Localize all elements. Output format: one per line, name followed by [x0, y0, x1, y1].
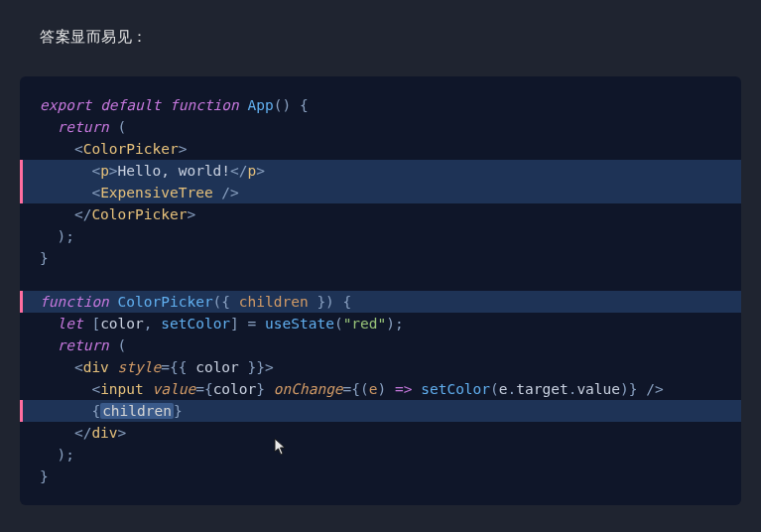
code-token: ={{	[161, 359, 195, 375]
code-token: </	[230, 163, 247, 179]
code-token	[239, 97, 248, 113]
code-token: ColorPicker	[118, 294, 213, 310]
code-line: return (	[20, 334, 741, 356]
code-token	[40, 272, 49, 288]
caption-text: 答案显而易见：	[40, 28, 741, 47]
code-token: <	[91, 381, 100, 397]
code-token: ExpensiveTree	[100, 185, 213, 200]
code-token	[40, 447, 57, 463]
code-token	[144, 381, 153, 397]
code-token	[40, 359, 74, 375]
code-token	[412, 381, 421, 397]
code-line: <ExpensiveTree />	[20, 182, 741, 203]
code-token: color	[195, 359, 239, 375]
code-token: }	[40, 468, 49, 484]
code-token: p	[248, 163, 257, 179]
code-token: {	[300, 97, 309, 113]
code-token	[40, 119, 57, 135]
code-token: e	[369, 381, 378, 397]
code-token: color	[100, 316, 144, 332]
code-token: ]	[230, 316, 239, 332]
code-token: .	[508, 381, 517, 397]
code-token: let	[57, 316, 82, 332]
code-token: =>	[395, 381, 412, 397]
code-token	[40, 381, 91, 397]
code-token: {	[91, 403, 100, 419]
code-token: }	[256, 381, 273, 397]
code-token: value	[576, 381, 620, 397]
code-token: (	[118, 337, 127, 353]
code-token: default	[100, 97, 161, 113]
code-token: e	[499, 381, 508, 397]
code-token	[40, 185, 91, 200]
code-token: (	[490, 381, 499, 397]
code-token	[291, 97, 300, 113]
code-line: return (	[20, 116, 741, 138]
code-token: setColor	[161, 316, 230, 332]
code-token: <	[91, 185, 100, 200]
code-token: )	[378, 381, 395, 397]
code-token: >	[118, 425, 127, 441]
code-token: ()	[274, 97, 291, 113]
code-token: color	[213, 381, 257, 397]
code-token: return	[57, 337, 108, 353]
code-token: function	[40, 294, 109, 310]
code-token: children	[239, 294, 309, 310]
code-token: ={(	[343, 381, 369, 397]
code-block: export default function App() { return (…	[20, 76, 741, 505]
code-token: );	[57, 447, 73, 463]
code-token	[334, 294, 343, 310]
code-token: (	[334, 316, 343, 332]
code-line: <p>Hello, world!</p>	[20, 160, 741, 182]
code-line	[20, 269, 741, 291]
code-line: let [color, setColor] = useState("red");	[20, 313, 741, 334]
code-line: );	[20, 444, 741, 466]
code-token: ,	[144, 316, 161, 332]
code-line: {children}	[20, 400, 741, 422]
code-line: }	[20, 247, 741, 269]
code-line: );	[20, 225, 741, 247]
code-token: input	[100, 381, 144, 397]
code-token: target	[516, 381, 568, 397]
code-token	[40, 206, 74, 222]
code-token: p	[100, 163, 109, 179]
code-line: export default function App() {	[20, 94, 741, 116]
code-token: useState	[265, 316, 334, 332]
code-token: export	[40, 97, 91, 113]
code-line: <input value={color} onChange={(e) => se…	[20, 378, 741, 400]
code-token	[109, 359, 118, 375]
code-token: }	[40, 250, 49, 266]
code-token: })	[309, 294, 334, 310]
code-line: }	[20, 466, 741, 487]
code-token: {	[343, 294, 352, 310]
code-token: ColorPicker	[83, 141, 179, 157]
code-token: onChange	[274, 381, 343, 397]
code-token: />	[221, 185, 238, 200]
code-token: )} />	[620, 381, 664, 397]
code-token: =	[248, 316, 265, 332]
code-token: }}>	[239, 359, 274, 375]
code-token: <	[74, 141, 83, 157]
code-line: function ColorPicker({ children }) {	[20, 291, 741, 313]
code-token	[161, 97, 170, 113]
code-token: ={	[195, 381, 212, 397]
code-token: App	[248, 97, 274, 113]
code-token: >	[256, 163, 265, 179]
code-token	[109, 337, 118, 353]
code-token: );	[386, 316, 403, 332]
code-line: <ColorPicker>	[20, 138, 741, 160]
code-token: >	[109, 163, 118, 179]
code-token: "red"	[343, 316, 387, 332]
code-token	[91, 97, 100, 113]
code-token: </	[74, 425, 91, 441]
code-token: >	[179, 141, 188, 157]
code-token: (	[118, 119, 127, 135]
code-token: value	[153, 381, 196, 397]
code-token: setColor	[421, 381, 490, 397]
code-token	[40, 425, 74, 441]
code-token: );	[57, 228, 73, 244]
code-token: Hello, world!	[118, 163, 231, 179]
code-token	[109, 294, 118, 310]
code-token	[40, 141, 74, 157]
code-token	[40, 316, 57, 332]
